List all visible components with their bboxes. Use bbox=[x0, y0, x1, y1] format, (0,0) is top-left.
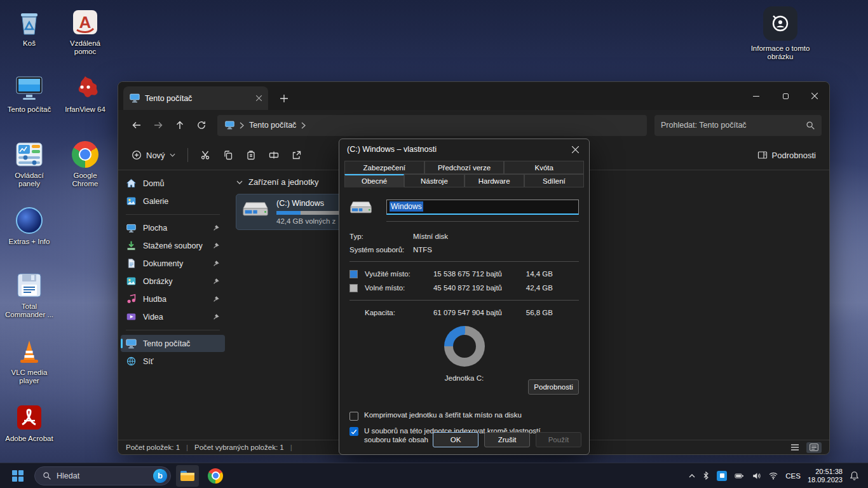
system-tray: CES 20:51:38 18.09.2023 bbox=[689, 468, 862, 484]
compress-checkbox[interactable] bbox=[349, 412, 358, 421]
search-icon[interactable] bbox=[806, 121, 815, 130]
free-space-swatch bbox=[349, 284, 358, 292]
notification-bell-icon[interactable] bbox=[850, 471, 859, 480]
chevron-right-icon bbox=[301, 122, 306, 129]
taskbar-search[interactable]: b bbox=[34, 466, 171, 485]
sidebar-item-videos[interactable]: Videa bbox=[121, 308, 225, 325]
dialog-close-button[interactable] bbox=[564, 140, 587, 158]
chrome-icon bbox=[208, 468, 223, 484]
new-tab-button[interactable] bbox=[276, 90, 292, 107]
details-view-button[interactable] bbox=[806, 442, 822, 453]
rename-button[interactable] bbox=[263, 144, 285, 166]
sidebar-item-this-pc[interactable]: Tento počítač bbox=[121, 335, 225, 352]
apply-button[interactable]: Použít bbox=[536, 432, 581, 447]
desktop-icon-control-panels[interactable]: Ovládací panely bbox=[4, 140, 55, 188]
bluetooth-icon[interactable] bbox=[702, 471, 710, 480]
breadcrumb[interactable]: Tento počítač bbox=[217, 115, 647, 136]
music-icon bbox=[126, 294, 137, 304]
sidebar-item-home[interactable]: Domů bbox=[121, 175, 225, 192]
desktop-icon-google-chrome[interactable]: Google Chrome bbox=[60, 140, 111, 188]
details-pane-button[interactable]: Podrobnosti bbox=[752, 144, 822, 166]
tab-close-icon[interactable] bbox=[256, 95, 262, 101]
control-panels-icon bbox=[15, 140, 44, 169]
desktop-icon-recycle-bin[interactable]: Koš bbox=[4, 8, 55, 48]
explorer-tab[interactable]: Tento počítač bbox=[123, 86, 268, 110]
index-checkbox[interactable] bbox=[349, 427, 358, 436]
share-button[interactable] bbox=[286, 144, 308, 166]
used-space-swatch bbox=[349, 270, 358, 278]
compress-checkbox-row[interactable]: Komprimovat jednotku a šetřit tak místo … bbox=[349, 411, 579, 421]
volume-icon[interactable] bbox=[752, 471, 761, 480]
paste-button[interactable] bbox=[240, 144, 262, 166]
dialog-title-bar: (C:) Windows – vlastnosti bbox=[339, 139, 589, 159]
list-view-button[interactable] bbox=[787, 442, 803, 453]
tray-app-icon[interactable] bbox=[717, 471, 727, 481]
chevron-down-icon bbox=[170, 153, 175, 157]
image-info-icon bbox=[763, 6, 797, 41]
cancel-button[interactable]: Zrušit bbox=[484, 432, 530, 447]
explorer-search-input[interactable] bbox=[661, 121, 801, 130]
desktop-icon-remote-help[interactable]: A Vzdálená pomoc bbox=[60, 8, 111, 56]
refresh-button[interactable] bbox=[191, 114, 212, 136]
desktop-icon-this-pc[interactable]: Tento počítač bbox=[4, 74, 55, 114]
close-button[interactable] bbox=[800, 82, 829, 110]
taskbar-chrome[interactable] bbox=[204, 465, 227, 487]
tab-zabezpeceni[interactable]: Zabezpečení bbox=[344, 161, 424, 174]
videos-icon bbox=[126, 311, 137, 322]
free-space-row: Volné místo: 45 540 872 192 bajtů 42,4 G… bbox=[349, 281, 579, 295]
taskbar-file-explorer[interactable] bbox=[176, 465, 199, 487]
status-selected-count: Počet vybraných položek: 1 bbox=[194, 444, 284, 451]
desktop-icon-vlc[interactable]: VLC media player bbox=[4, 337, 55, 385]
image-info-badge[interactable]: Informace o tomto obrázku bbox=[750, 6, 811, 61]
sidebar-item-downloads[interactable]: Stažené soubory bbox=[121, 237, 225, 254]
desktop-icon-extras-info[interactable]: Extras + Info bbox=[4, 206, 55, 246]
pin-icon bbox=[213, 224, 220, 231]
breadcrumb-item-this-pc[interactable]: Tento počítač bbox=[249, 121, 296, 130]
bing-icon: b bbox=[153, 469, 167, 483]
sidebar-item-desktop[interactable]: Plocha bbox=[121, 219, 225, 236]
sidebar-item-gallery[interactable]: Galerie bbox=[121, 193, 225, 210]
ok-button[interactable]: OK bbox=[433, 432, 478, 447]
documents-icon bbox=[126, 258, 137, 269]
details-pane-label: Podrobnosti bbox=[772, 151, 816, 160]
volume-label-input[interactable]: Windows bbox=[386, 200, 579, 215]
dialog-details-button[interactable]: Podrobnosti bbox=[528, 379, 579, 395]
language-indicator[interactable]: CES bbox=[785, 472, 801, 480]
tab-hardware[interactable]: Hardware bbox=[465, 174, 524, 187]
sidebar-item-documents[interactable]: Dokumenty bbox=[121, 255, 225, 272]
tab-nastroje[interactable]: Nástroje bbox=[404, 174, 464, 187]
taskbar-search-input[interactable] bbox=[57, 471, 148, 480]
up-button[interactable] bbox=[169, 114, 191, 136]
plus-circle-icon bbox=[132, 150, 142, 160]
desktop-icon-irfanview[interactable]: IrfanView 64 bbox=[60, 74, 111, 114]
dialog-title: (C:) Windows – vlastnosti bbox=[347, 145, 437, 154]
taskbar-clock[interactable]: 20:51:38 18.09.2023 bbox=[808, 468, 843, 484]
back-button[interactable] bbox=[126, 114, 147, 136]
tab-kvota[interactable]: Kvóta bbox=[504, 161, 584, 174]
maximize-button[interactable] bbox=[771, 82, 800, 110]
tab-sdileni[interactable]: Sdílení bbox=[524, 174, 584, 187]
sidebar-item-network[interactable]: Síť bbox=[121, 353, 225, 370]
minimize-button[interactable] bbox=[742, 82, 771, 110]
network-icon bbox=[126, 356, 137, 367]
tray-overflow-chevron-icon[interactable] bbox=[689, 474, 695, 478]
desktop-icon-adobe-acrobat[interactable]: Adobe Acrobat bbox=[4, 403, 55, 443]
cut-button[interactable] bbox=[194, 144, 216, 166]
start-button[interactable] bbox=[6, 465, 29, 487]
copy-button[interactable] bbox=[217, 144, 239, 166]
wifi-icon[interactable] bbox=[768, 471, 778, 480]
desktop-icon-total-commander[interactable]: Total Commander ... bbox=[4, 271, 55, 319]
battery-icon[interactable] bbox=[734, 471, 745, 480]
sidebar-item-music[interactable]: Hudba bbox=[121, 290, 225, 308]
acrobat-icon bbox=[15, 403, 44, 432]
dialog-tabs: Zabezpečení Předchozí verze Kvóta Obecné… bbox=[339, 159, 589, 187]
tab-obecne[interactable]: Obecné bbox=[344, 174, 404, 187]
sidebar-item-pictures[interactable]: Obrázky bbox=[121, 273, 225, 290]
chevron-down-icon bbox=[236, 180, 243, 184]
new-button[interactable]: Nový bbox=[126, 144, 181, 166]
pin-icon bbox=[213, 295, 220, 302]
tab-predchozi-verze[interactable]: Předchozí verze bbox=[424, 161, 505, 174]
used-space-row: Využité místo: 15 538 675 712 bajtů 14,4… bbox=[349, 267, 579, 281]
forward-button[interactable] bbox=[147, 114, 169, 136]
tray-date: 18.09.2023 bbox=[808, 476, 843, 484]
